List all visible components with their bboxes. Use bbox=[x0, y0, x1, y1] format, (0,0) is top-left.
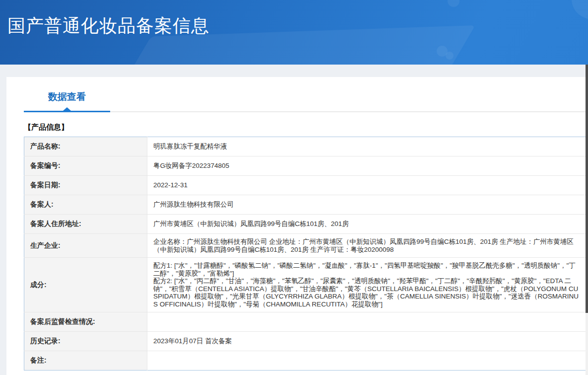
table-row: 产品名称: 明玑寡肽冻干复配精华液 bbox=[24, 137, 586, 156]
row-label: 备案编号: bbox=[24, 156, 147, 176]
row-value: 粤G妆网备字2022374805 bbox=[147, 156, 586, 176]
product-info-table: 产品名称: 明玑寡肽冻干复配精华液 备案编号: 粤G妆网备字2022374805… bbox=[24, 137, 586, 371]
row-label: 备注: bbox=[24, 351, 147, 371]
row-label: 备案人住所地址: bbox=[24, 215, 147, 234]
row-value bbox=[147, 312, 586, 332]
row-value: 广州源肽生物科技有限公司 bbox=[147, 195, 586, 215]
row-label: 生产企业: bbox=[24, 234, 147, 258]
row-value: 广州市黄埔区（中新知识城）凤凰四路99号自编C栋101房、201房 bbox=[147, 215, 586, 234]
section-title: 【产品信息】 bbox=[24, 123, 587, 132]
table-row: 备案人住所地址: 广州市黄埔区（中新知识城）凤凰四路99号自编C栋101房、20… bbox=[24, 215, 586, 234]
table-row: 备注: bbox=[24, 351, 586, 371]
active-tab-arrow-icon bbox=[63, 107, 71, 111]
table-row: 备案后监督检查情况: bbox=[24, 312, 586, 332]
row-value: 配方1: ["水"，"甘露糖醇"，"磷酸氢二钠"，"磷酸二氢钠"，"凝血酸"，"… bbox=[147, 258, 586, 312]
table-row: 生产企业: 企业名称：广州源肽生物科技有限公司 企业地址：广州市黄埔区（中新知识… bbox=[24, 234, 586, 258]
row-label: 备案后监督检查情况: bbox=[24, 312, 147, 332]
table-row: 备案日期: 2022-12-31 bbox=[24, 176, 586, 195]
row-value: 明玑寡肽冻干复配精华液 bbox=[147, 137, 586, 156]
table-row: 备案人: 广州源肽生物科技有限公司 bbox=[24, 195, 586, 215]
row-label: 备案日期: bbox=[24, 176, 147, 195]
row-value bbox=[147, 351, 586, 371]
row-value: 企业名称：广州源肽生物科技有限公司 企业地址：广州市黄埔区（中新知识城）凤凰四路… bbox=[147, 234, 586, 258]
table-row: 成分: 配方1: ["水"，"甘露糖醇"，"磷酸氢二钠"，"磷酸二氢钠"，"凝血… bbox=[24, 258, 586, 312]
header-decoration-circle bbox=[446, 52, 454, 60]
header-decoration-shape bbox=[566, 0, 588, 46]
tab-bar: 数据查看 bbox=[24, 77, 587, 112]
tab-data-view-label: 数据查看 bbox=[24, 90, 110, 103]
header-decoration-circle bbox=[448, 0, 459, 7]
table-row: 历史记录: 2023年01月07日 首次备案 bbox=[24, 332, 586, 351]
row-label: 备案人: bbox=[24, 195, 147, 215]
page-title: 国产普通化妆品备案信息 bbox=[7, 14, 209, 38]
row-label: 产品名称: bbox=[24, 137, 147, 156]
content-card: 数据查看 【产品信息】 产品名称: 明玑寡肽冻干复配精华液 备案编号: 粤G妆网… bbox=[6, 77, 587, 375]
active-tab-indicator bbox=[24, 111, 110, 112]
page-header: 国产普通化妆品备案信息 bbox=[0, 0, 588, 65]
row-value: 2022-12-31 bbox=[147, 176, 586, 195]
table-row: 备案编号: 粤G妆网备字2022374805 bbox=[24, 156, 586, 176]
scrollbar-thumb[interactable] bbox=[586, 65, 588, 313]
row-value: 2023年01月07日 首次备案 bbox=[147, 332, 586, 351]
tab-data-view[interactable]: 数据查看 bbox=[24, 90, 110, 112]
row-label: 成分: bbox=[24, 258, 147, 312]
scrollbar-track[interactable] bbox=[586, 65, 588, 375]
row-label: 历史记录: bbox=[24, 332, 147, 351]
